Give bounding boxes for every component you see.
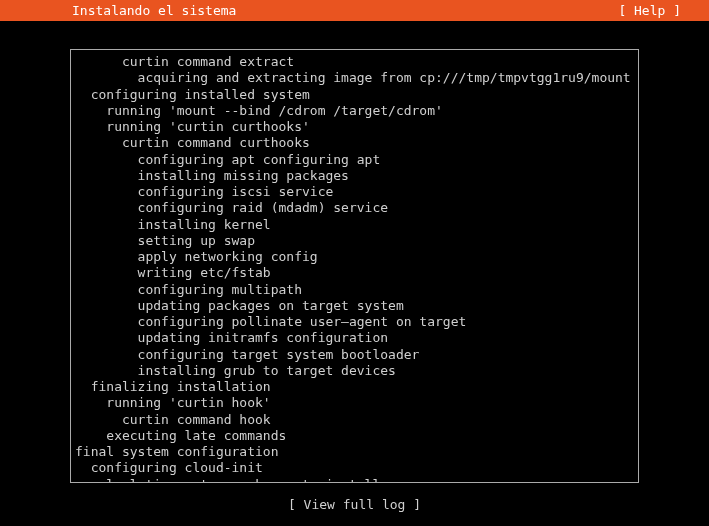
log-line: setting up swap [75, 233, 630, 249]
install-log-box: curtin command extract acquiring and ext… [70, 49, 639, 483]
log-line: installing grub to target devices [75, 363, 630, 379]
log-line: curtin command extract [75, 54, 630, 70]
log-line: executing late commands [75, 428, 630, 444]
footer-bar: [ View full log ] [0, 489, 709, 526]
installer-header: Instalando el sistema [ Help ] [0, 0, 709, 21]
log-line: configuring cloud-init [75, 460, 630, 476]
log-line: updating packages on target system [75, 298, 630, 314]
view-full-log-button[interactable]: [ View full log ] [288, 497, 421, 512]
log-line: configuring raid (mdadm) service [75, 200, 630, 216]
log-line: calculating extra packages to install [75, 477, 630, 484]
log-line: installing kernel [75, 217, 630, 233]
header-title: Instalando el sistema [72, 3, 236, 18]
log-line: running 'mount --bind /cdrom /target/cdr… [75, 103, 630, 119]
log-line: final system configuration [75, 444, 630, 460]
log-line: running 'curtin curthooks' [75, 119, 630, 135]
log-line: updating initramfs configuration [75, 330, 630, 346]
log-line: configuring iscsi service [75, 184, 630, 200]
log-line: configuring target system bootloader [75, 347, 630, 363]
log-line: configuring installed system [75, 87, 630, 103]
log-line: apply networking config [75, 249, 630, 265]
log-line: finalizing installation [75, 379, 630, 395]
log-line: configuring pollinate user–agent on targ… [75, 314, 630, 330]
log-line: configuring apt configuring apt [75, 152, 630, 168]
log-line: running 'curtin hook' [75, 395, 630, 411]
log-line: acquiring and extracting image from cp:/… [75, 70, 630, 86]
log-line: configuring multipath [75, 282, 630, 298]
log-line: curtin command curthooks [75, 135, 630, 151]
log-line: writing etc/fstab [75, 265, 630, 281]
log-line: installing missing packages [75, 168, 630, 184]
help-button[interactable]: [ Help ] [618, 3, 681, 18]
log-line: curtin command hook [75, 412, 630, 428]
